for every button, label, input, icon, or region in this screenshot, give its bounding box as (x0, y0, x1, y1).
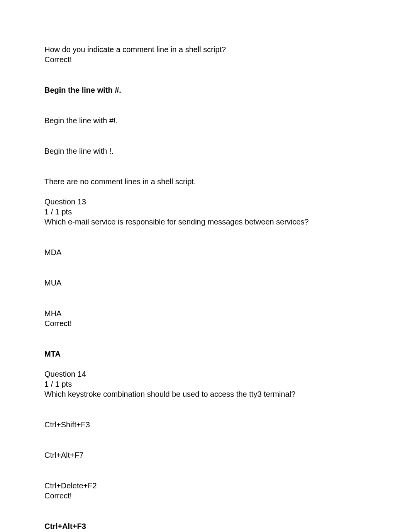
answer-option: Begin the line with #!. (44, 116, 366, 126)
answer-option: MHA (44, 308, 366, 318)
question-prompt: How do you indicate a comment line in a … (44, 44, 366, 54)
question-prompt: Which e-mail service is responsible for … (44, 217, 366, 227)
answer-option: There are no comment lines in a shell sc… (44, 177, 366, 187)
answer-correct: MTA (44, 349, 366, 359)
question-points: 1 / 1 pts (44, 207, 366, 217)
answer-option: MUA (44, 278, 366, 288)
answer-correct: Ctrl+Alt+F3 (44, 521, 366, 531)
question-prompt: Which keystroke combination should be us… (44, 389, 366, 399)
answer-option: Ctrl+Alt+F7 (44, 450, 366, 460)
answer-option: Ctrl+Shift+F3 (44, 420, 366, 430)
answer-correct: Begin the line with #. (44, 85, 366, 95)
correct-label: Correct! (44, 491, 366, 501)
correct-label: Correct! (44, 318, 366, 328)
answer-option: MDA (44, 247, 366, 257)
question-header: Question 14 (44, 369, 366, 379)
answer-option: Ctrl+Delete+F2 (44, 481, 366, 491)
question-header: Question 13 (44, 197, 366, 207)
correct-label: Correct! (44, 54, 366, 65)
answer-option: Begin the line with !. (44, 146, 366, 156)
question-points: 1 / 1 pts (44, 379, 366, 389)
